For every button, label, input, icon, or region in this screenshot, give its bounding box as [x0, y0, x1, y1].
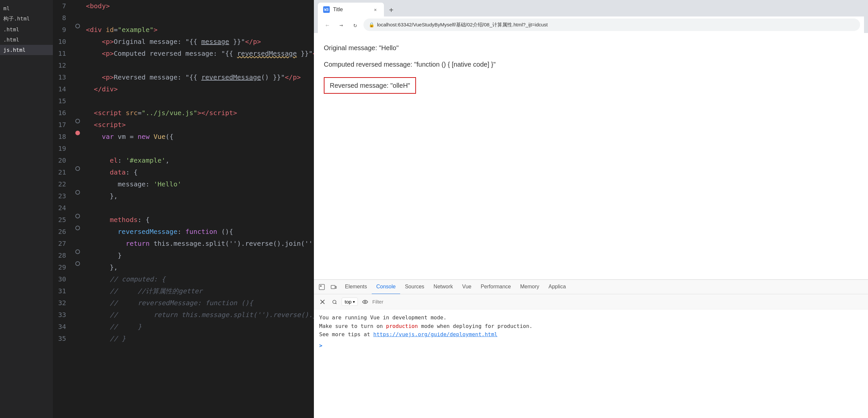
line-num-33: 33 — [53, 309, 73, 321]
tab-console-label: Console — [376, 284, 396, 290]
code-line-19: 19 — [53, 142, 314, 154]
code-content-11: <p>Computed reversed message: "{{ revers… — [83, 47, 314, 59]
reversed-message-text: Reversed message: "olleH" — [330, 82, 410, 89]
tab-network-label: Network — [434, 284, 453, 290]
svg-rect-3 — [335, 286, 336, 288]
devtools-inspect-icon[interactable] — [316, 282, 327, 292]
line-num-15: 15 — [53, 95, 73, 107]
lock-icon: 🔒 — [369, 22, 374, 27]
line-num-29: 29 — [53, 261, 73, 273]
code-content-10: <p>Original message: "{{ message }}"</p> — [83, 36, 314, 47]
devtools-tab-application[interactable]: Applica — [544, 280, 570, 294]
code-line-24: 24 — [53, 202, 314, 214]
line-num-16: 16 — [53, 107, 73, 119]
code-line-34: 34 // } — [53, 321, 314, 333]
line-num-24: 24 — [53, 202, 73, 214]
code-content-20: el: '#example', — [83, 154, 314, 166]
tab-favicon: W3 — [323, 6, 330, 13]
forward-button[interactable]: → — [336, 19, 347, 30]
devtools-panel: Elements Console Sources Network Vue Per… — [314, 279, 868, 418]
code-content-22: message: 'Hello' — [83, 178, 314, 190]
sidebar-item-5[interactable]: js.html — [0, 45, 53, 55]
code-content-27: return this.message.split('').reverse().… — [83, 238, 314, 249]
devtools-tab-vue[interactable]: Vue — [458, 280, 476, 294]
new-tab-button[interactable]: + — [385, 4, 397, 15]
sidebar-item-3[interactable]: .html — [0, 25, 53, 35]
code-content-16: <script src="../js/vue.js"></script> — [83, 107, 314, 119]
line-num-27: 27 — [53, 238, 73, 249]
gutter-29 — [73, 261, 83, 266]
line-num-11: 11 — [53, 47, 73, 59]
code-line-20: 20 el: '#example', — [53, 154, 314, 166]
favicon-text: W3 — [324, 8, 329, 12]
code-line-22: 22 message: 'Hello' — [53, 178, 314, 190]
line-num-7: 7 — [53, 0, 73, 12]
svg-line-7 — [336, 303, 337, 304]
tab-application-label: Applica — [549, 284, 566, 290]
code-line-15: 15 — [53, 95, 314, 107]
back-button[interactable]: ← — [322, 19, 333, 30]
sidebar-item-4[interactable]: .html — [0, 35, 53, 45]
code-line-35: 35 // } — [53, 333, 314, 344]
line-num-26: 26 — [53, 226, 73, 238]
browser-chrome: W3 Title ✕ + ← → ↻ 🔒 localhost:63342/Vue… — [314, 0, 868, 33]
console-prompt-line: > — [319, 342, 863, 350]
line-num-19: 19 — [53, 142, 73, 154]
devtools-tab-elements[interactable]: Elements — [340, 280, 372, 294]
tab-close-button[interactable]: ✕ — [372, 6, 379, 13]
nav-bar: ← → ↻ 🔒 localhost:63342/VueStudyByMyself… — [318, 16, 864, 33]
code-line-17: 17 <script> — [53, 119, 314, 131]
browser-content: Original message: "Hello" Computed rever… — [314, 33, 868, 279]
code-line-9: 9 <div id="example"> — [53, 24, 314, 36]
chevron-down-icon: ▾ — [353, 300, 355, 304]
console-filter-input[interactable] — [372, 299, 864, 305]
gutter-17 — [73, 119, 83, 124]
line-num-32: 32 — [53, 297, 73, 309]
code-content-23: }, — [83, 190, 314, 202]
tab-elements-label: Elements — [345, 284, 367, 290]
tab-sources-label: Sources — [405, 284, 424, 290]
address-bar[interactable]: 🔒 localhost:63342/VueStudyByMyself/基础/02… — [364, 19, 860, 31]
devtools-tab-network[interactable]: Network — [429, 280, 458, 294]
devtools-responsive-icon[interactable] — [329, 282, 339, 292]
code-content-14: </div> — [83, 83, 314, 95]
eye-button[interactable] — [361, 297, 370, 307]
console-clear-button[interactable] — [318, 297, 327, 307]
code-content-28: } — [83, 249, 314, 261]
refresh-button[interactable]: ↻ — [349, 19, 361, 30]
line-num-10: 10 — [53, 36, 73, 47]
gutter-25 — [73, 214, 83, 218]
devtools-tab-sources[interactable]: Sources — [400, 280, 429, 294]
browser-tab[interactable]: W3 Title ✕ — [318, 3, 384, 16]
code-content-34: // } — [83, 321, 314, 333]
line-num-18: 18 — [53, 131, 73, 142]
console-line-2: Make sure to turn on production mode whe… — [319, 322, 863, 330]
gutter-9 — [73, 24, 83, 28]
code-content-30: // computed: { — [83, 273, 314, 285]
code-line-10: 10 <p>Original message: "{{ message }}"<… — [53, 36, 314, 47]
file-sidebar: ml 构子.html .html .html js.html — [0, 0, 53, 418]
console-filter-button[interactable] — [330, 297, 339, 307]
sidebar-item-2[interactable]: 构子.html — [0, 13, 53, 25]
computed-message-text: Computed reversed message: "function () … — [324, 61, 496, 68]
gutter-28 — [73, 249, 83, 254]
console-line-1: You are running Vue in development mode. — [319, 313, 863, 322]
console-output: You are running Vue in development mode.… — [314, 309, 868, 418]
deployment-link[interactable]: https://vuejs.org/guide/deployment.html — [373, 331, 498, 338]
devtools-tab-console[interactable]: Console — [372, 280, 400, 294]
devtools-tab-performance[interactable]: Performance — [476, 280, 516, 294]
line-num-31: 31 — [53, 285, 73, 297]
sidebar-item-1[interactable]: ml — [0, 3, 53, 13]
context-selector[interactable]: top ▾ — [342, 298, 358, 306]
code-content-9: <div id="example"> — [83, 24, 314, 36]
page-line-2: Computed reversed message: "function () … — [324, 59, 858, 69]
code-line-29: 29 }, — [53, 261, 314, 273]
tab-memory-label: Memory — [520, 284, 539, 290]
editor-panel: 7 <body> 8 9 <div id="example"> 10 <p>Or… — [53, 0, 314, 418]
gutter-26 — [73, 226, 83, 230]
code-line-11: 11 <p>Computed reversed message: "{{ rev… — [53, 47, 314, 59]
line-num-30: 30 — [53, 273, 73, 285]
devtools-tab-memory[interactable]: Memory — [516, 280, 544, 294]
line-num-13: 13 — [53, 71, 73, 83]
code-area: 7 <body> 8 9 <div id="example"> 10 <p>Or… — [53, 0, 314, 418]
